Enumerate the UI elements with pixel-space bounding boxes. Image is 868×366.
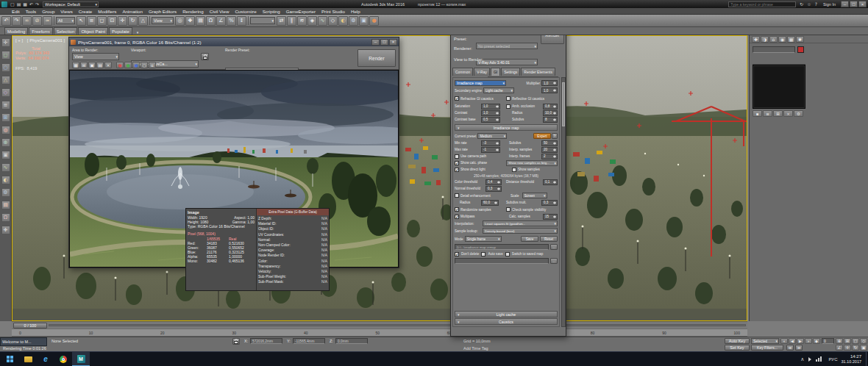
sample-lookup-select[interactable]: Density-based (best) [483, 228, 558, 234]
tray-hidden-icons[interactable]: ∧ [797, 356, 807, 362]
taskbar-browser[interactable] [54, 352, 72, 366]
ao-radius-spinner[interactable]: 10,0 [543, 110, 558, 116]
rfw-minimize-button[interactable]: – [371, 39, 380, 46]
key-filters-button[interactable]: Key Filters... [751, 345, 783, 351]
blue-channel-icon[interactable]: ● [132, 62, 140, 68]
start-button[interactable] [0, 352, 19, 366]
tab-common[interactable]: Common [452, 68, 473, 76]
fov-icon[interactable]: ∠ [836, 345, 843, 351]
time-slider-thumb[interactable]: 0 / 100 [13, 323, 47, 329]
viewport-menu-pov[interactable]: [ PhysCamera001 ] [27, 38, 65, 43]
ribbon-tab[interactable]: Object Paint [78, 27, 108, 35]
tab-gi[interactable]: GI [491, 68, 500, 76]
red-channel-icon[interactable]: ● [116, 62, 124, 68]
left-toolbar-icon[interactable]: Ω [1, 213, 10, 222]
window-crossing-icon[interactable]: ⊡ [107, 16, 117, 26]
rfw-close-button[interactable]: × [389, 39, 397, 46]
auto-key-button[interactable]: Auto Key [725, 338, 750, 344]
make-unique-icon[interactable]: ⊞ [773, 110, 783, 117]
clear-image-icon[interactable]: × [104, 62, 112, 68]
left-toolbar-icon[interactable]: ≡ [1, 101, 10, 110]
mode-file-field[interactable]: D:\...\irradiance map.vrmap [455, 244, 549, 250]
render-production-icon[interactable]: ● [369, 16, 379, 26]
create-tab-icon[interactable]: ✚ [752, 36, 760, 43]
undo-icon[interactable]: ↶ [1, 16, 11, 26]
caustics-rollout[interactable]: Caustics [455, 318, 558, 325]
show-direct-light-checkbox[interactable]: ✓ [455, 168, 459, 172]
refractive-caustics-checkbox[interactable]: ✓ [455, 96, 459, 101]
select-and-manipulate-icon[interactable]: ✚ [185, 16, 195, 26]
zoom-extents-icon[interactable]: ◻ [852, 338, 859, 344]
interp-frames-spinner[interactable]: 2 [541, 154, 558, 159]
previous-frame-icon[interactable]: ◀ [789, 338, 796, 344]
calc-samples-spinner[interactable]: 15 [543, 214, 558, 220]
switch-to-saved-checkbox[interactable] [505, 252, 510, 256]
current-frame-field[interactable]: 0 [822, 338, 834, 344]
next-key-button[interactable]: ≫ [795, 345, 803, 351]
left-toolbar-icon[interactable]: ⊞ [1, 113, 10, 122]
scrollbar-thumb[interactable] [562, 82, 565, 126]
rfw-maximize-button[interactable]: □ [380, 39, 388, 46]
reflective-caustics-checkbox[interactable] [506, 96, 511, 101]
viewport-menu-general[interactable]: [ + ] [15, 38, 23, 43]
interp-samples-spinner[interactable]: 20 [541, 147, 558, 153]
clone-window-icon[interactable]: ▣ [88, 62, 96, 68]
maximize-viewport-icon[interactable]: ▣ [860, 345, 867, 351]
save-image-icon[interactable]: ▦ [72, 62, 79, 68]
menu-item[interactable]: Views [57, 9, 75, 14]
open-file-icon[interactable]: ▤ [16, 1, 22, 7]
material-editor-icon[interactable]: ◐ [338, 16, 348, 26]
use-camera-path-checkbox[interactable] [455, 154, 459, 159]
taskbar-3dsmax[interactable]: M [72, 352, 90, 366]
window-close-button[interactable]: × [858, 1, 867, 7]
check-sample-visibility-checkbox[interactable] [506, 207, 511, 212]
object-name-field[interactable] [753, 46, 795, 53]
ribbon-toggle-icon[interactable]: ◈ [307, 16, 317, 26]
sign-in-button[interactable]: Sign In [823, 2, 836, 7]
selection-filter-select[interactable]: All [56, 17, 75, 24]
display-tab-icon[interactable]: ▦ [787, 36, 795, 43]
rectangular-selection-icon[interactable]: ◻ [97, 16, 107, 26]
workspace-select[interactable]: Workspace: Default [43, 1, 99, 7]
left-toolbar-icon[interactable]: ▤ [1, 201, 10, 209]
pan-icon[interactable]: ✛ [844, 345, 851, 351]
z-coordinate-field[interactable]: 0,0mm [335, 338, 368, 344]
irradiance-help-button[interactable]: ? [552, 133, 558, 139]
tab-settings[interactable]: Settings [501, 68, 520, 76]
multipass-checkbox[interactable]: ✓ [455, 215, 459, 219]
mode-select[interactable]: Single frame [465, 236, 502, 242]
ao-checkbox[interactable] [506, 104, 511, 109]
select-and-link-icon[interactable]: ∞ [22, 16, 32, 26]
favorites-icon[interactable]: ☆ [805, 1, 812, 7]
object-color-swatch[interactable] [797, 46, 804, 53]
menu-item[interactable]: Create [76, 9, 96, 14]
print-image-icon[interactable]: ▤ [96, 62, 104, 68]
detail-scale-select[interactable]: Screen [522, 193, 547, 198]
modify-tab-icon[interactable]: ◑ [761, 36, 769, 43]
go-to-start-icon[interactable]: « [780, 338, 788, 344]
track-bar[interactable]: 0102030405060708090100 [12, 329, 747, 337]
utilities-tab-icon[interactable]: ✱ [796, 36, 804, 43]
irradiance-map-rollout[interactable]: Irradiance map [455, 124, 558, 131]
search-input[interactable] [728, 1, 796, 7]
select-and-rotate-icon[interactable]: ↻ [128, 16, 138, 26]
menu-item[interactable]: Tools [23, 9, 39, 14]
select-by-name-icon[interactable]: ≡ [87, 16, 96, 26]
ribbon-tab[interactable]: Populate [109, 27, 132, 35]
contrast-spinner[interactable]: 1,0 [481, 110, 500, 116]
layer-manager-icon[interactable]: ≋ [297, 16, 307, 26]
left-toolbar-icon[interactable]: ⚙ [1, 188, 10, 197]
align-icon[interactable]: ∥ [287, 16, 296, 26]
saturation-spinner[interactable]: 1,0 [481, 104, 500, 110]
color-threshold-spinner[interactable]: 0,4 [485, 179, 502, 185]
light-cache-rollout[interactable]: Light cache [455, 311, 558, 317]
menu-item[interactable]: Print Studio [319, 9, 348, 14]
normal-threshold-spinner[interactable]: 0,3 [485, 186, 502, 192]
viewport-lock-toggle[interactable] [201, 53, 209, 60]
show-calc-phase-checkbox[interactable]: ✓ [455, 161, 459, 165]
set-key-button[interactable]: Set Key [725, 345, 750, 351]
menu-item[interactable]: Animation [119, 9, 146, 14]
mirror-icon[interactable]: ⇄ [277, 16, 286, 26]
language-indicator[interactable]: РУС [828, 357, 837, 362]
y-coordinate-field[interactable]: -11565,4mm [293, 338, 325, 344]
